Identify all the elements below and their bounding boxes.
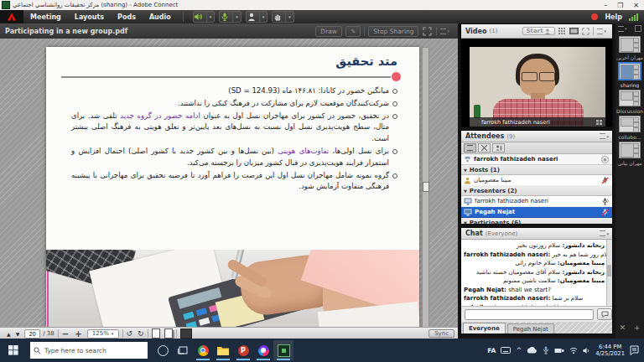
- attendee-row-presenter2-selected[interactable]: Pegah Nejat: [461, 207, 612, 218]
- sync-button[interactable]: Sync: [428, 329, 454, 338]
- touch-keyboard-icon[interactable]: [501, 347, 511, 354]
- notification-center-icon[interactable]: [630, 345, 641, 355]
- menu-meeting[interactable]: Meeting: [23, 13, 68, 21]
- page-number-input[interactable]: [24, 329, 40, 339]
- raise-hand-dropdown[interactable]: ▾: [285, 12, 293, 22]
- add-layout-button[interactable]: +: [634, 323, 641, 332]
- microphone-dropdown[interactable]: ▾: [232, 12, 241, 22]
- window-close-button[interactable]: ✕: [633, 2, 639, 9]
- zoom-out-button[interactable]: −: [62, 329, 69, 339]
- webcam-dropdown[interactable]: ▾: [259, 12, 267, 22]
- app-window-icon: [2, 1, 10, 9]
- page-down-button[interactable]: ▼: [16, 331, 20, 337]
- taskbar-adobe-connect-button[interactable]: [273, 340, 293, 360]
- menu-layouts[interactable]: Layouts: [68, 13, 111, 21]
- volume-icon[interactable]: [583, 347, 590, 354]
- mic-active-icon: [601, 198, 609, 205]
- zoom-level-select[interactable]: 125%▾: [87, 329, 119, 339]
- video-pod-menu[interactable]: ▾: [597, 28, 610, 34]
- chat-tab-everyone[interactable]: Everyone: [463, 323, 506, 334]
- close-layouts-button[interactable]: ✕: [620, 323, 626, 332]
- task-view-button[interactable]: [173, 340, 193, 360]
- document-scrollbar[interactable]: [422, 47, 429, 328]
- red-p-app-icon: P: [238, 345, 249, 356]
- attendees-toolbar: [461, 142, 612, 154]
- chrome-icon: [198, 345, 209, 356]
- speaker-button[interactable]: ▾: [193, 11, 216, 23]
- video-fullscreen-icon[interactable]: [582, 28, 589, 35]
- taskbar-red-p-app-button[interactable]: P: [233, 340, 253, 360]
- webcam-button[interactable]: ▾: [246, 11, 268, 23]
- menu-audio[interactable]: Audio: [143, 13, 178, 21]
- phone-speaker-icon: [464, 156, 471, 163]
- send-message-button[interactable]: [597, 308, 612, 320]
- rotate-right-button[interactable]: ↻: [138, 329, 144, 338]
- chat-pod-menu[interactable]: ▾: [600, 230, 612, 236]
- layout-thumb-sharing-selected[interactable]: [618, 62, 641, 80]
- participants-section-header[interactable]: ▼Participants (6): [461, 218, 612, 225]
- chat-scrollbar[interactable]: [606, 240, 612, 307]
- pen-tool-button[interactable]: ✎: [345, 26, 361, 37]
- attendee-row-host[interactable]: مبینا معصومیان: [461, 175, 612, 186]
- layout-thumb-1[interactable]: [619, 36, 641, 53]
- filmstrip-view-icon[interactable]: [569, 28, 579, 34]
- chat-message: farrokh fathizadeh naseri: سلام روز شما …: [461, 251, 607, 260]
- start-button[interactable]: [3, 340, 23, 360]
- hosts-section-header[interactable]: ▼Hosts (1): [461, 165, 612, 175]
- thumbnail-panel-icon[interactable]: [180, 328, 192, 339]
- raise-hand-button[interactable]: ▾: [272, 11, 294, 23]
- presenters-section-header[interactable]: ▼Presenters (2): [461, 186, 612, 196]
- chat-tab-pegah-nejat[interactable]: Pegah Nejat: [507, 323, 554, 334]
- continuous-view-icon[interactable]: [164, 328, 173, 339]
- layout-thumb-collaboration[interactable]: [619, 116, 641, 132]
- grid-view-icon[interactable]: [558, 28, 566, 34]
- layout-thumb-discussion[interactable]: [619, 90, 641, 106]
- list-view-button[interactable]: [464, 143, 476, 153]
- breakout-view-button[interactable]: [478, 143, 491, 153]
- network-icon[interactable]: [569, 347, 578, 354]
- taskbar-explorer-button[interactable]: [213, 340, 233, 360]
- tray-usb-icon[interactable]: [554, 347, 564, 354]
- status-view-button[interactable]: [492, 143, 505, 153]
- cortana-button[interactable]: [153, 340, 173, 360]
- menu-pods[interactable]: Pods: [111, 13, 143, 21]
- onedrive-cloud-icon[interactable]: [527, 347, 538, 354]
- fullscreen-icon[interactable]: [423, 27, 432, 36]
- microphone-button[interactable]: ▾: [219, 11, 242, 23]
- layouts-collapse-icon[interactable]: [635, 25, 641, 32]
- tray-microphone-icon[interactable]: [543, 346, 549, 354]
- document-scrollbar-thumb[interactable]: [423, 182, 429, 192]
- layouts-menu[interactable]: ▾: [618, 26, 631, 32]
- attendees-pod-menu[interactable]: ▾: [600, 133, 612, 139]
- page-up-button[interactable]: ▲: [7, 331, 11, 337]
- help-menu[interactable]: Help: [605, 13, 622, 21]
- clock[interactable]: 6:44 PM 4/25/2021: [595, 344, 625, 357]
- chat-scrollbar-thumb[interactable]: [607, 265, 611, 277]
- single-page-view-icon[interactable]: [152, 328, 160, 339]
- microphone-icon: [220, 13, 230, 21]
- raise-hand-icon: [273, 13, 283, 21]
- tray-overflow-chevron[interactable]: ^: [516, 347, 522, 354]
- pdf-toolbar: ▲ ▼ / 38 − + 125%▾ ↺ ↻ Sync: [0, 327, 458, 339]
- share-pod-menu[interactable]: ▾: [437, 28, 453, 34]
- taskbar-search-box[interactable]: Type here to search: [30, 342, 148, 359]
- draw-button[interactable]: Draw: [315, 26, 342, 37]
- chat-input[interactable]: [465, 309, 594, 320]
- rotate-left-button[interactable]: ↺: [127, 329, 133, 338]
- windows-logo-icon: [8, 345, 18, 355]
- stop-sharing-button[interactable]: Stop Sharing: [368, 26, 418, 37]
- layout-label-discussion: Discussion: [615, 108, 644, 114]
- window-maximize-button[interactable]: ❒: [617, 2, 623, 9]
- host-name: مبینا معصومیان: [474, 177, 511, 184]
- zoom-in-button[interactable]: +: [75, 329, 81, 339]
- start-webcam-button[interactable]: Start: [522, 27, 556, 35]
- attendee-row-presenter1[interactable]: farrokh fathizadeh naseri: [461, 196, 612, 207]
- window-minimize-button[interactable]: –: [604, 2, 607, 9]
- taskbar-browser2-button[interactable]: [253, 340, 273, 360]
- layout-thumb-5[interactable]: [619, 142, 641, 158]
- taskbar-chrome-button[interactable]: [193, 340, 213, 360]
- language-indicator[interactable]: FA: [487, 347, 496, 354]
- speaker-dropdown[interactable]: ▾: [206, 12, 215, 22]
- layouts-sidebar: ▾ مهران آخرین sharing Discussion collabo…: [615, 23, 644, 339]
- attendees-pod: Attendees (9) ▾ farrokh fathizadeh naser…: [460, 130, 613, 225]
